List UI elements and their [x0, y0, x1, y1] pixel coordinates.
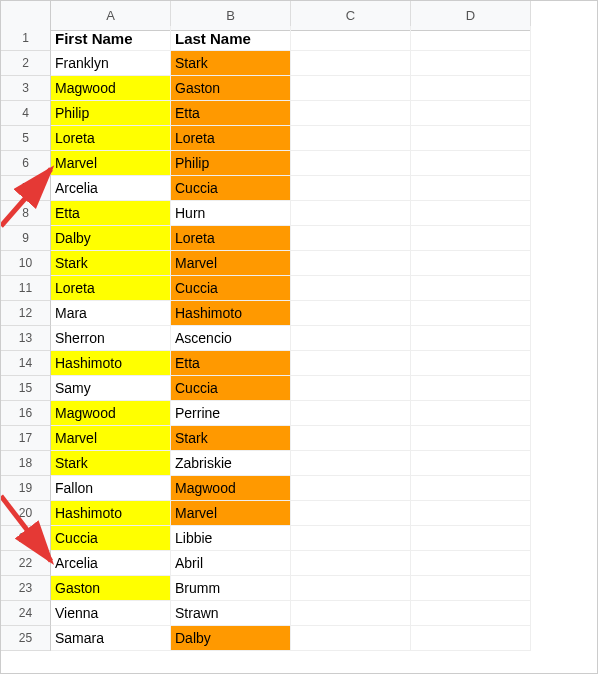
- row-header-12[interactable]: 12: [1, 301, 51, 326]
- cell-A1[interactable]: First Name: [51, 26, 171, 51]
- cell-C20[interactable]: [291, 501, 411, 526]
- cell-B14[interactable]: Etta: [171, 351, 291, 376]
- cell-A11[interactable]: Loreta: [51, 276, 171, 301]
- cell-B24[interactable]: Strawn: [171, 601, 291, 626]
- cell-C1[interactable]: [291, 26, 411, 51]
- cell-C21[interactable]: [291, 526, 411, 551]
- row-header-5[interactable]: 5: [1, 126, 51, 151]
- row-header-23[interactable]: 23: [1, 576, 51, 601]
- cell-D22[interactable]: [411, 551, 531, 576]
- cell-C8[interactable]: [291, 201, 411, 226]
- cell-D6[interactable]: [411, 151, 531, 176]
- cell-C14[interactable]: [291, 351, 411, 376]
- row-header-18[interactable]: 18: [1, 451, 51, 476]
- row-header-11[interactable]: 11: [1, 276, 51, 301]
- cell-C22[interactable]: [291, 551, 411, 576]
- cell-A10[interactable]: Stark: [51, 251, 171, 276]
- cell-B5[interactable]: Loreta: [171, 126, 291, 151]
- cell-C25[interactable]: [291, 626, 411, 651]
- cell-C9[interactable]: [291, 226, 411, 251]
- cell-D5[interactable]: [411, 126, 531, 151]
- cell-C19[interactable]: [291, 476, 411, 501]
- cell-D11[interactable]: [411, 276, 531, 301]
- cell-C24[interactable]: [291, 601, 411, 626]
- cell-A6[interactable]: Marvel: [51, 151, 171, 176]
- cell-A12[interactable]: Mara: [51, 301, 171, 326]
- cell-C16[interactable]: [291, 401, 411, 426]
- cell-A17[interactable]: Marvel: [51, 426, 171, 451]
- cell-B22[interactable]: Abril: [171, 551, 291, 576]
- cell-D15[interactable]: [411, 376, 531, 401]
- cell-B20[interactable]: Marvel: [171, 501, 291, 526]
- cell-A25[interactable]: Samara: [51, 626, 171, 651]
- cell-A22[interactable]: Arcelia: [51, 551, 171, 576]
- cell-B3[interactable]: Gaston: [171, 76, 291, 101]
- cell-B4[interactable]: Etta: [171, 101, 291, 126]
- row-header-17[interactable]: 17: [1, 426, 51, 451]
- cell-D4[interactable]: [411, 101, 531, 126]
- row-header-1[interactable]: 1: [1, 26, 51, 51]
- cell-B15[interactable]: Cuccia: [171, 376, 291, 401]
- row-header-4[interactable]: 4: [1, 101, 51, 126]
- cell-B17[interactable]: Stark: [171, 426, 291, 451]
- cell-D16[interactable]: [411, 401, 531, 426]
- cell-A19[interactable]: Fallon: [51, 476, 171, 501]
- cell-A4[interactable]: Philip: [51, 101, 171, 126]
- cell-A21[interactable]: Cuccia: [51, 526, 171, 551]
- row-header-24[interactable]: 24: [1, 601, 51, 626]
- cell-D19[interactable]: [411, 476, 531, 501]
- cell-C2[interactable]: [291, 51, 411, 76]
- cell-B11[interactable]: Cuccia: [171, 276, 291, 301]
- cell-A14[interactable]: Hashimoto: [51, 351, 171, 376]
- cell-B19[interactable]: Magwood: [171, 476, 291, 501]
- row-header-3[interactable]: 3: [1, 76, 51, 101]
- cell-A23[interactable]: Gaston: [51, 576, 171, 601]
- cell-A20[interactable]: Hashimoto: [51, 501, 171, 526]
- spreadsheet-grid[interactable]: A B C D 1 First Name Last Name 2Franklyn…: [1, 1, 597, 651]
- row-header-15[interactable]: 15: [1, 376, 51, 401]
- cell-C12[interactable]: [291, 301, 411, 326]
- cell-B13[interactable]: Ascencio: [171, 326, 291, 351]
- cell-C3[interactable]: [291, 76, 411, 101]
- cell-A8[interactable]: Etta: [51, 201, 171, 226]
- cell-A24[interactable]: Vienna: [51, 601, 171, 626]
- cell-D18[interactable]: [411, 451, 531, 476]
- cell-B8[interactable]: Hurn: [171, 201, 291, 226]
- cell-C11[interactable]: [291, 276, 411, 301]
- cell-D9[interactable]: [411, 226, 531, 251]
- cell-D1[interactable]: [411, 26, 531, 51]
- cell-D7[interactable]: [411, 176, 531, 201]
- cell-D10[interactable]: [411, 251, 531, 276]
- cell-D23[interactable]: [411, 576, 531, 601]
- cell-C10[interactable]: [291, 251, 411, 276]
- cell-A5[interactable]: Loreta: [51, 126, 171, 151]
- cell-C6[interactable]: [291, 151, 411, 176]
- cell-A9[interactable]: Dalby: [51, 226, 171, 251]
- cell-B16[interactable]: Perrine: [171, 401, 291, 426]
- row-header-16[interactable]: 16: [1, 401, 51, 426]
- cell-D2[interactable]: [411, 51, 531, 76]
- cell-A3[interactable]: Magwood: [51, 76, 171, 101]
- cell-B10[interactable]: Marvel: [171, 251, 291, 276]
- cell-C15[interactable]: [291, 376, 411, 401]
- cell-C18[interactable]: [291, 451, 411, 476]
- cell-B18[interactable]: Zabriskie: [171, 451, 291, 476]
- cell-B12[interactable]: Hashimoto: [171, 301, 291, 326]
- cell-A7[interactable]: Arcelia: [51, 176, 171, 201]
- cell-B1[interactable]: Last Name: [171, 26, 291, 51]
- row-header-14[interactable]: 14: [1, 351, 51, 376]
- cell-D17[interactable]: [411, 426, 531, 451]
- cell-A18[interactable]: Stark: [51, 451, 171, 476]
- row-header-13[interactable]: 13: [1, 326, 51, 351]
- cell-D20[interactable]: [411, 501, 531, 526]
- cell-B9[interactable]: Loreta: [171, 226, 291, 251]
- cell-B6[interactable]: Philip: [171, 151, 291, 176]
- cell-A16[interactable]: Magwood: [51, 401, 171, 426]
- cell-D24[interactable]: [411, 601, 531, 626]
- cell-B25[interactable]: Dalby: [171, 626, 291, 651]
- cell-C4[interactable]: [291, 101, 411, 126]
- cell-D3[interactable]: [411, 76, 531, 101]
- cell-A2[interactable]: Franklyn: [51, 51, 171, 76]
- cell-D14[interactable]: [411, 351, 531, 376]
- cell-D25[interactable]: [411, 626, 531, 651]
